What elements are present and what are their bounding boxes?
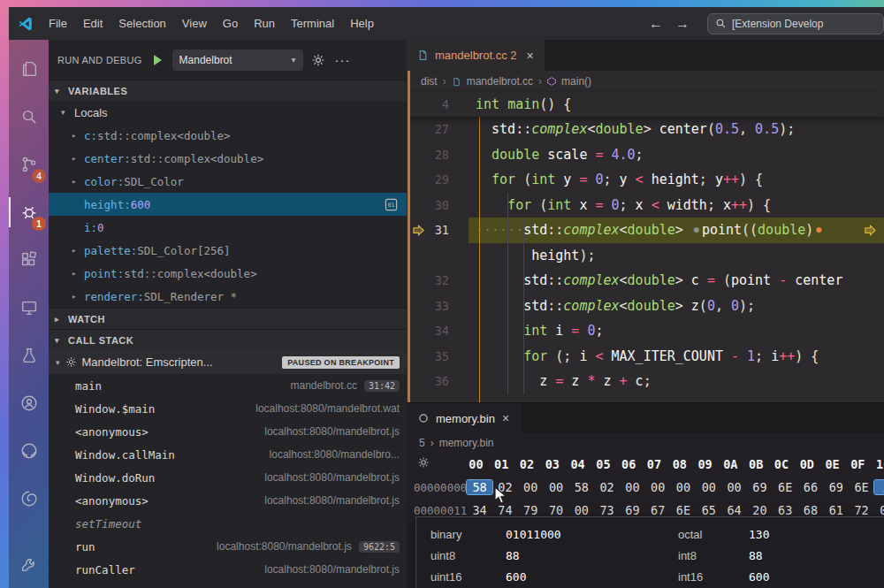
line-number-gutter[interactable] [407,243,469,269]
code-line-36[interactable]: 36z = z * z + c; [407,369,884,394]
hex-settings-gear-icon[interactable] [417,456,430,469]
variable-row-i[interactable]: i: 0 [49,216,407,239]
expand-chevron-icon[interactable]: ▸ [72,177,84,186]
breadcrumb-dist[interactable]: dist [421,75,438,88]
line-number-gutter[interactable]: 28 [407,142,469,168]
activity-extensions[interactable] [9,236,49,284]
variables-section-header[interactable]: ▾ VARIABLES [49,80,407,101]
code-line-27[interactable]: 27std::complex<double> center(0.5, 0.5); [407,117,884,142]
code-text[interactable]: z = z * z + c; [469,369,884,394]
menu-file[interactable]: File [41,13,75,34]
code-line-32[interactable]: 32std::complex<double> c = (point - cent… [407,268,884,294]
start-debug-button[interactable] [150,53,164,67]
hex-byte[interactable]: 70 [544,503,569,517]
hex-byte[interactable]: 20 [747,503,773,517]
hex-byte[interactable]: 69 [620,503,645,517]
stack-frame-6[interactable]: setTimeout [49,512,407,535]
tab-mandelbrot-cc[interactable]: mandelbrot.cc 2 × [407,40,545,71]
hex-byte[interactable]: 72 [849,503,874,517]
breadcrumb-file[interactable]: mandelbrot.cc [467,75,533,88]
activity-remote-explorer[interactable] [9,284,49,332]
hex-byte[interactable]: 6E [849,480,874,494]
activity-copilot[interactable] [9,475,49,523]
panel-breadcrumb-offset[interactable]: 5 [419,437,425,449]
hex-byte[interactable]: 00 [518,480,544,494]
menu-help[interactable]: Help [342,13,382,34]
code-line-33[interactable]: 33std::complex<double> z(0, 0); [407,294,884,319]
hex-byte[interactable]: 6E [671,503,697,517]
menu-go[interactable]: Go [215,13,246,34]
stack-frame-7[interactable]: runlocalhost:8080/mandelbrot.js9622:5 [49,535,407,558]
code-text[interactable]: double scale = 4.0; [469,142,884,168]
stack-frame-5[interactable]: <anonymous>localhost:8080/mandelbrot.js [49,489,407,512]
code-text[interactable]: int i = 0; [469,318,884,344]
activity-explorer[interactable] [9,45,49,93]
line-number-gutter[interactable]: 29 [407,167,469,193]
variable-row-point[interactable]: ▸point: std::complex<double> [49,262,407,285]
views-more-actions-button[interactable]: ··· [333,52,353,67]
breadcrumb-symbol[interactable]: main() [561,75,591,88]
activity-run-and-debug[interactable]: 1 [9,188,49,236]
hex-byte[interactable]: 02 [492,480,518,494]
code-line-31[interactable]: 31······std::complex<double> ●point((dou… [407,218,884,243]
debug-session-row[interactable]: ▾ Mandelbrot: Emscripten... PAUSED ON BR… [49,350,407,374]
activity-testing[interactable] [9,332,49,379]
hex-byte[interactable]: 64 [721,503,747,517]
line-number-gutter[interactable]: 31 [407,218,469,243]
hex-byte[interactable]: 02 [594,480,620,494]
debug-config-dropdown[interactable]: Mandelbrot ▾ [172,50,303,71]
activity-github[interactable] [9,427,49,475]
line-number-gutter[interactable]: 27 [407,117,469,142]
expand-chevron-icon[interactable]: ▸ [72,269,84,278]
line-number-gutter[interactable]: 35 [407,344,469,370]
code-text[interactable]: for (int x = 0; x < width; x++) { [469,193,884,218]
stack-frame-8[interactable]: runCallerlocalhost:8080/mandelbrot.js [49,558,407,581]
activity-source-control[interactable]: 4 [9,141,49,188]
menu-selection[interactable]: Selection [110,13,173,34]
hex-byte[interactable]: 63 [773,503,798,517]
hex-byte[interactable]: 00 [874,503,884,517]
hex-byte[interactable]: 00 [620,480,645,494]
menu-edit[interactable]: Edit [75,13,110,34]
hex-byte[interactable]: 69 [747,480,773,494]
hex-byte[interactable]: 00 [645,480,671,494]
stack-frame-4[interactable]: Window.doRunlocalhost:8080/mandelbrot.js [49,466,407,489]
close-icon[interactable]: × [502,411,509,425]
variable-row-renderer[interactable]: ▸renderer: SDL_Renderer * [49,285,407,308]
code-line-30[interactable]: 30for (int x = 0; x < width; x++) { [407,193,884,218]
expand-chevron-icon[interactable]: ▸ [72,246,84,255]
hex-byte[interactable]: 66 [798,480,824,494]
tab-memory-bin[interactable]: memory.bin × [407,403,521,433]
code-text[interactable]: std::complex<double> z(0, 0); [469,294,884,319]
expand-chevron-icon[interactable]: ▸ [72,131,84,140]
variable-row-palette[interactable]: ▸palette: SDL_Color[256] [49,239,407,262]
code-line-35[interactable]: 35for (; i < MAX_ITER_COUNT - 1; i++) { [407,344,884,370]
variable-row-center[interactable]: ▸center: std::complex<double> [49,147,407,170]
hex-byte[interactable]: 79 [518,503,544,517]
panel-breadcrumb-file[interactable]: memory.bin [439,437,494,449]
menu-run[interactable]: Run [246,13,283,34]
view-binary-icon[interactable]: 01 [385,198,398,211]
hex-byte[interactable]: 00 [671,480,697,494]
variable-row-color[interactable]: ▸color: SDL_Color [49,170,407,193]
hex-byte[interactable]: 58 [568,480,594,494]
activity-search[interactable] [9,93,49,141]
hex-byte[interactable]: 00 [568,503,594,517]
activity-manage[interactable] [9,540,49,588]
line-number-gutter[interactable]: 33 [407,294,469,319]
hex-byte[interactable]: 00 [696,480,721,494]
variable-row-c[interactable]: ▸c: std::complex<double> [49,124,407,147]
sticky-scroll-line[interactable]: 4 int main() { [407,92,884,117]
hex-byte[interactable]: 65 [696,503,721,517]
menu-view[interactable]: View [174,13,215,34]
line-number-gutter[interactable]: 36 [407,369,469,394]
code-text[interactable]: ······std::complex<double> ●point((doubl… [469,218,884,243]
activity-live-share[interactable] [9,379,49,427]
hex-byte[interactable]: 67 [645,503,671,517]
hex-byte[interactable]: 61 [823,503,849,517]
code-line-wrap[interactable]: height); [407,243,884,269]
hex-byte[interactable]: 69 [823,480,849,494]
stack-frame-2[interactable]: <anonymous>localhost:8080/mandelbrot.js [49,420,407,443]
stack-frame-0[interactable]: mainmandelbrot.cc31:42 [49,374,407,397]
line-number-gutter[interactable]: 32 [407,268,469,294]
